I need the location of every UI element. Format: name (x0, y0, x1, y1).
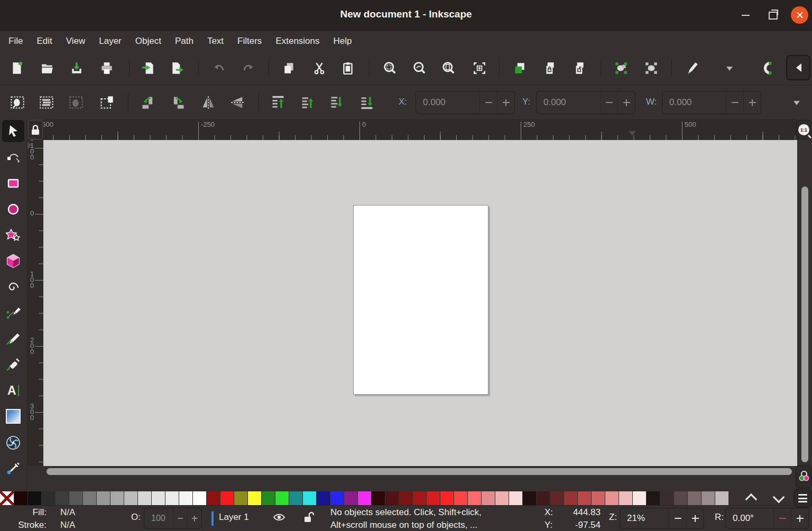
duplicate-button[interactable] (508, 57, 531, 80)
menu-object[interactable]: Object (128, 31, 168, 52)
fill-stroke-dialog-button[interactable] (680, 57, 704, 80)
palette-swatch[interactable] (193, 491, 206, 505)
palette-scroll-down-button[interactable] (767, 491, 789, 505)
palette-swatch[interactable] (605, 491, 619, 505)
palette-swatch[interactable] (303, 491, 316, 505)
palette-swatch[interactable] (165, 491, 179, 505)
zoom-increment-button[interactable] (686, 508, 704, 528)
text-tool[interactable]: A (2, 379, 24, 402)
palette-swatch[interactable] (578, 491, 591, 505)
star-tool[interactable] (2, 224, 24, 246)
menu-file[interactable]: File (2, 31, 30, 52)
zoom-to-drawing-button[interactable] (408, 57, 431, 80)
palette-swatch[interactable] (289, 491, 302, 505)
w-field-value[interactable]: 0.000 (662, 91, 726, 114)
pencil-tool[interactable] (2, 328, 24, 350)
zoom-page-frame-button[interactable] (468, 57, 491, 80)
print-button[interactable] (95, 57, 118, 80)
layer-lock-button[interactable] (303, 511, 315, 524)
redo-button[interactable] (237, 57, 260, 80)
layer-visibility-button[interactable] (273, 513, 285, 522)
select-all-layers-button[interactable] (35, 91, 58, 114)
current-layer-label[interactable]: Layer 1 (219, 512, 249, 523)
fill-value[interactable]: N/A (60, 506, 75, 519)
palette-swatch[interactable] (482, 491, 495, 505)
palette-swatch[interactable] (647, 491, 660, 505)
palette-swatch[interactable] (330, 491, 344, 505)
palette-swatch[interactable] (56, 491, 69, 505)
deselect-button[interactable] (64, 91, 88, 114)
y-field[interactable]: 0.000 (536, 91, 635, 114)
palette-swatch[interactable] (42, 491, 55, 505)
rotation-decrement-button[interactable] (773, 508, 791, 528)
canvas[interactable] (43, 140, 797, 466)
menu-help[interactable]: Help (327, 31, 359, 52)
opacity-decrement-button[interactable] (173, 508, 187, 528)
vertical-scrollbar-thumb[interactable] (801, 187, 808, 462)
flip-horizontal-button[interactable] (197, 91, 220, 114)
unlink-clone-button[interactable] (568, 57, 591, 80)
selector-tool[interactable] (2, 120, 24, 142)
raise-button[interactable] (296, 91, 319, 114)
zoom-to-page-button[interactable] (437, 57, 460, 80)
x-field[interactable]: 0.000 (416, 91, 515, 114)
opacity-value[interactable]: 100 (144, 508, 173, 528)
menu-path[interactable]: Path (168, 31, 200, 52)
zoom-value[interactable]: 21% (620, 508, 669, 528)
export-button[interactable] (165, 57, 189, 80)
tool-controls-overflow-button[interactable] (789, 91, 805, 114)
palette-swatch[interactable] (220, 491, 234, 505)
menu-view[interactable]: View (59, 31, 93, 52)
menu-extensions[interactable]: Extensions (269, 31, 326, 52)
no-color-swatch[interactable] (0, 491, 14, 505)
raise-to-top-button[interactable] (266, 91, 290, 114)
palette-swatch[interactable] (275, 491, 289, 505)
palette-swatch[interactable] (715, 491, 728, 505)
selection-box-button[interactable] (95, 91, 118, 114)
palette-swatch[interactable] (317, 491, 330, 505)
undo-button[interactable] (207, 57, 230, 80)
lower-to-bottom-button[interactable] (355, 91, 379, 114)
palette-swatch[interactable] (234, 491, 247, 505)
palette-swatch[interactable] (179, 491, 192, 505)
node-tool[interactable] (2, 145, 24, 167)
palette-swatch[interactable] (509, 491, 522, 505)
dropper-tool[interactable] (2, 458, 24, 480)
menu-filters[interactable]: Filters (230, 31, 269, 52)
x-field-value[interactable]: 0.000 (416, 91, 479, 114)
horizontal-scrollbar[interactable] (43, 466, 797, 477)
palette-swatch[interactable] (592, 491, 605, 505)
spiral-tool[interactable] (2, 276, 24, 298)
import-button[interactable] (137, 57, 160, 80)
horizontal-scrollbar-thumb[interactable] (47, 468, 792, 475)
menu-layer[interactable]: Layer (92, 31, 128, 52)
palette-swatch[interactable] (69, 491, 82, 505)
stroke-value[interactable]: N/A (60, 519, 75, 531)
menu-edit[interactable]: Edit (30, 31, 59, 52)
group-button[interactable] (610, 57, 633, 80)
palette-swatch[interactable] (83, 491, 96, 505)
zoom-to-selection-button[interactable] (379, 57, 402, 80)
palette-swatch[interactable] (262, 491, 275, 505)
palette-swatch[interactable] (372, 491, 385, 505)
create-clone-button[interactable] (538, 57, 561, 80)
rectangle-tool[interactable] (2, 172, 24, 194)
close-button[interactable] (791, 6, 808, 24)
palette-swatch[interactable] (702, 491, 715, 505)
paste-button[interactable] (336, 57, 359, 80)
y-decrement-button[interactable] (600, 91, 617, 114)
box-3d-tool[interactable] (2, 250, 24, 272)
select-all-button[interactable] (6, 91, 29, 114)
palette-swatch[interactable] (427, 491, 440, 505)
palette-swatch[interactable] (454, 491, 467, 505)
restore-button[interactable] (764, 7, 781, 24)
y-increment-button[interactable] (617, 91, 635, 114)
new-document-button[interactable] (5, 57, 29, 80)
w-field[interactable]: 0.000 (662, 91, 761, 114)
palette-swatch[interactable] (633, 491, 646, 505)
rotation-increment-button[interactable] (791, 508, 808, 528)
palette-swatch[interactable] (537, 491, 550, 505)
vertical-ruler[interactable]: -100 0 100 200 300 (26, 140, 44, 466)
flip-vertical-button[interactable] (226, 91, 249, 114)
menu-text[interactable]: Text (200, 31, 230, 52)
